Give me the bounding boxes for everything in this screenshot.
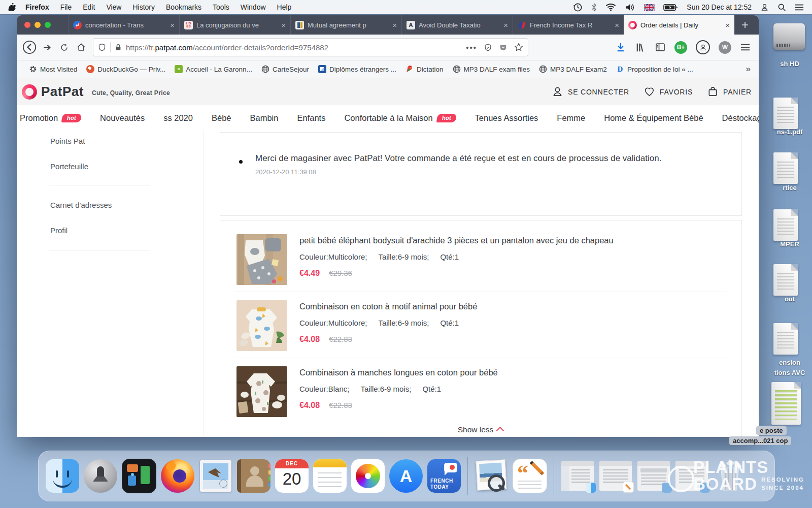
input-language-flag-icon[interactable] bbox=[644, 4, 655, 11]
tab-close-icon[interactable]: × bbox=[281, 21, 286, 29]
macintosh-hd-icon[interactable] bbox=[773, 23, 805, 50]
selected-file-label[interactable]: e poste bbox=[756, 426, 787, 435]
nav-femme[interactable]: Femme bbox=[557, 113, 585, 123]
minimized-finder-window[interactable] bbox=[561, 461, 594, 491]
address-bar[interactable]: https://fr.patpat.com/account/order-deta… bbox=[93, 38, 528, 56]
minimized-document-window[interactable] bbox=[599, 461, 632, 491]
bookmark-most-visited[interactable]: Most Visited bbox=[24, 65, 82, 73]
cart-button[interactable]: PANIER bbox=[707, 86, 752, 98]
dock-preview-icon[interactable] bbox=[475, 459, 508, 493]
bookmark-mp3-dalf-exam-files[interactable]: MP3 DALF exam files bbox=[448, 65, 535, 73]
dock-notes-icon[interactable] bbox=[313, 459, 347, 493]
new-tab-button[interactable]: + bbox=[734, 15, 756, 35]
forward-button[interactable] bbox=[38, 39, 55, 56]
url-text[interactable]: https://fr.patpat.com/account/order-deta… bbox=[126, 43, 466, 52]
dock-contacts-icon[interactable] bbox=[237, 459, 270, 493]
tab-avoid-double-taxation[interactable]: A Avoid Double Taxatio × bbox=[401, 15, 513, 35]
nav-bambin[interactable]: Bambin bbox=[250, 113, 279, 123]
patpat-logo-icon[interactable] bbox=[22, 84, 37, 100]
nav-confortable-maison[interactable]: Confortable à la Maisonhot bbox=[344, 113, 456, 123]
tab-concertation[interactable]: ⇄ concertation - Trans × bbox=[68, 15, 179, 35]
account-icon[interactable] bbox=[696, 40, 710, 54]
file-label[interactable]: tions AVC bbox=[754, 369, 812, 376]
bookmark-accueil[interactable]: GAccueil - La Garonn... bbox=[170, 65, 257, 73]
menu-edit[interactable]: Edit bbox=[77, 3, 100, 11]
file-icon[interactable] bbox=[773, 209, 798, 241]
tab-mutual-agreement[interactable]: Mutual agreement p × bbox=[290, 15, 401, 35]
nav-promotion[interactable]: Promotionhot bbox=[20, 113, 81, 123]
dock-calendar-icon[interactable]: DEC 20 bbox=[275, 459, 309, 493]
tab-close-icon[interactable]: × bbox=[503, 21, 508, 29]
product-image[interactable] bbox=[236, 300, 287, 351]
file-label[interactable]: ension bbox=[754, 359, 812, 366]
bluetooth-icon[interactable] bbox=[591, 3, 597, 12]
product-image[interactable] bbox=[236, 234, 287, 285]
product-title[interactable]: petit bébé éléphant bodysuit d'arachide … bbox=[299, 236, 721, 245]
bookmark-mp3-dalf-exam2[interactable]: MP3 DALF Exam2 bbox=[534, 65, 612, 73]
time-machine-icon[interactable] bbox=[573, 3, 583, 12]
file-icon[interactable] bbox=[773, 264, 798, 296]
minimized-mail-window[interactable] bbox=[637, 461, 670, 491]
tab-close-icon[interactable]: × bbox=[170, 21, 175, 29]
reload-button[interactable] bbox=[55, 39, 73, 56]
patpat-brand[interactable]: PatPat bbox=[41, 84, 84, 100]
tab-conjugaison[interactable]: L'O BS La conjugaison du ve × bbox=[179, 15, 290, 35]
dock-app-store-icon[interactable]: A bbox=[389, 459, 423, 493]
dock-finder-icon[interactable] bbox=[46, 459, 79, 493]
notification-center-icon[interactable] bbox=[795, 4, 804, 11]
library-icon[interactable] bbox=[635, 42, 646, 53]
sidebar-carnet-adresses[interactable]: Carnet d'adresses bbox=[50, 201, 112, 209]
battery-icon[interactable] bbox=[663, 4, 678, 11]
menu-clock[interactable]: Sun 20 Dec at 12:52 bbox=[687, 3, 752, 11]
product-title[interactable]: Combinaison à manches longues en coton p… bbox=[299, 368, 721, 377]
file-label[interactable]: sh HD bbox=[754, 60, 812, 68]
menu-window[interactable]: Window bbox=[235, 3, 272, 11]
nav-destockage[interactable]: Déstockage bbox=[722, 113, 759, 123]
file-label[interactable]: rtice bbox=[754, 184, 812, 192]
tab-close-icon[interactable]: × bbox=[392, 21, 397, 29]
bookmark-dictation[interactable]: Dictation bbox=[401, 65, 448, 73]
menu-tools[interactable]: Tools bbox=[207, 3, 235, 11]
home-button[interactable] bbox=[73, 39, 90, 56]
lock-icon[interactable] bbox=[115, 44, 122, 51]
back-button[interactable] bbox=[21, 39, 38, 56]
nav-home-equipement[interactable]: Home & Équipement Bébé bbox=[604, 113, 703, 123]
selected-file-label[interactable]: accomp...021 cop bbox=[729, 436, 791, 445]
zoom-window-button[interactable] bbox=[45, 22, 51, 28]
nav-enfants[interactable]: Enfants bbox=[297, 113, 325, 123]
menu-history[interactable]: History bbox=[127, 3, 160, 11]
nav-ss2020[interactable]: ss 2020 bbox=[163, 113, 193, 123]
bookmark-star-icon[interactable] bbox=[514, 43, 523, 52]
user-icon[interactable] bbox=[760, 3, 769, 12]
bookmark-diplomes[interactable]: Diplômes étrangers ... bbox=[314, 65, 401, 73]
page-actions-icon[interactable]: ••• bbox=[466, 43, 477, 52]
sidebar-portefeuille[interactable]: Portefeuille bbox=[50, 162, 88, 171]
bookmark-duckduckgo[interactable]: DuckDuckGo — Priv... bbox=[82, 65, 170, 73]
file-icon[interactable] bbox=[773, 98, 798, 129]
dock-photos-icon[interactable] bbox=[351, 459, 385, 493]
wifi-icon[interactable] bbox=[605, 3, 616, 11]
product-title[interactable]: Combinaison en coton à motif animal pour… bbox=[299, 302, 721, 311]
dock-launchpad-icon[interactable] bbox=[84, 459, 117, 493]
tab-french-income-tax[interactable]: French Income Tax R × bbox=[513, 15, 624, 35]
spotlight-search-icon[interactable] bbox=[777, 3, 786, 12]
downloads-icon[interactable] bbox=[615, 42, 626, 53]
file-icon[interactable] bbox=[773, 323, 798, 355]
menu-bookmarks[interactable]: Bookmarks bbox=[160, 3, 207, 11]
file-icon[interactable] bbox=[771, 382, 801, 425]
menu-file[interactable]: File bbox=[55, 3, 78, 11]
minimize-window-button[interactable] bbox=[35, 22, 41, 28]
tracking-protection-shield-icon[interactable] bbox=[98, 43, 106, 51]
bookmark-shield-icon[interactable] bbox=[484, 43, 492, 52]
nav-tenues-assorties[interactable]: Tenues Assorties bbox=[475, 113, 538, 123]
sidebar-points-pat[interactable]: Points Pat bbox=[50, 137, 85, 145]
menu-app-name[interactable]: Firefox bbox=[20, 3, 55, 11]
bookmark-proposition-de-loi[interactable]: DProposition de loi « ... bbox=[612, 65, 698, 73]
w-extension-icon[interactable]: W bbox=[719, 41, 731, 54]
menu-view[interactable]: View bbox=[100, 3, 127, 11]
bookmarks-overflow-chevron[interactable]: » bbox=[746, 64, 754, 74]
dock-usage-app-icon[interactable] bbox=[122, 459, 156, 493]
show-less-button[interactable]: Show less bbox=[220, 425, 741, 434]
dock-mail-icon[interactable] bbox=[199, 459, 232, 493]
favorites-button[interactable]: FAVORIS bbox=[644, 86, 693, 98]
